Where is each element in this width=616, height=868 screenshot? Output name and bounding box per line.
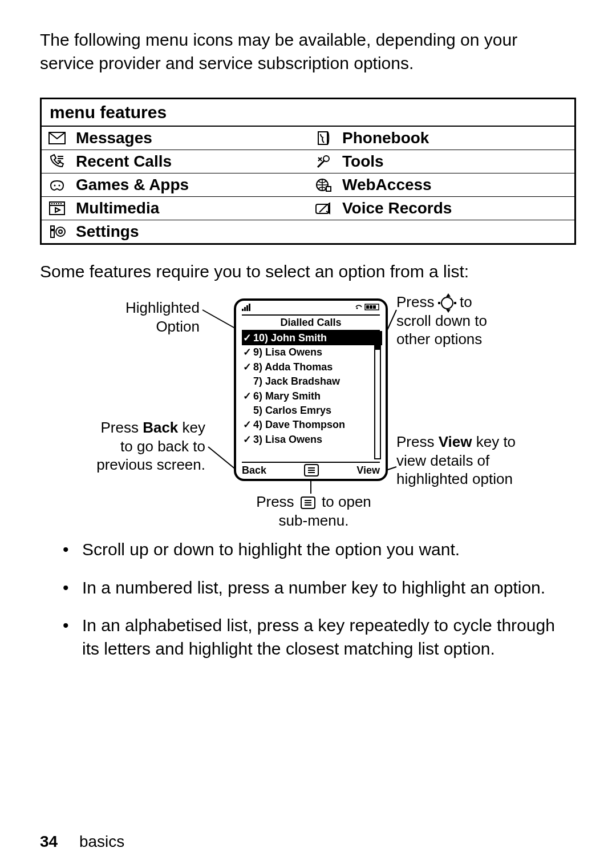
- recent-calls-icon: [47, 153, 67, 170]
- menu-cell: WebAccess: [308, 173, 574, 196]
- manual-page: The following menu icons may be availabl…: [0, 0, 616, 868]
- menu-label: Settings: [76, 223, 139, 241]
- tips-list: Scroll up or down to highlight the optio…: [63, 538, 576, 660]
- menu-key-icon[interactable]: [304, 464, 319, 477]
- svg-point-11: [56, 227, 65, 236]
- tip-item: Scroll up or down to highlight the optio…: [63, 538, 576, 562]
- voice-records-icon: [314, 200, 333, 217]
- envelope-icon: [47, 130, 67, 147]
- softkey-back[interactable]: Back: [242, 465, 266, 477]
- phone-list-item[interactable]: 7) Jack Bradshaw: [242, 374, 382, 389]
- menu-cell: Voice Records: [308, 197, 574, 220]
- svg-rect-24: [366, 305, 369, 309]
- menu-label: Multimedia: [76, 199, 159, 217]
- menu-cell: Recent Calls: [42, 150, 308, 173]
- menu-cell: Phonebook: [308, 127, 574, 150]
- svg-rect-20: [246, 305, 248, 311]
- status-right: [355, 303, 380, 313]
- intro-text: The following menu icons may be availabl…: [40, 29, 576, 75]
- tip-item: In a numbered list, press a number key t…: [63, 576, 576, 600]
- menu-features-table: menu features Messages Phonebook Rece: [40, 98, 576, 245]
- phone-list-label: 8) Adda Thomas: [253, 361, 333, 374]
- svg-rect-21: [249, 304, 250, 311]
- menu-row: Messages Phonebook: [42, 127, 574, 150]
- phone-list-label: 9) Lisa Owens: [253, 346, 322, 359]
- signal-icon: [242, 303, 254, 313]
- leader-line: [308, 481, 314, 495]
- phone-list-label: 4) Dave Thompson: [253, 418, 345, 431]
- check-icon: ✓: [243, 332, 251, 345]
- menu-features-header: menu features: [42, 99, 574, 127]
- phone-status-bar: [236, 301, 386, 313]
- tools-icon: [314, 153, 333, 170]
- svg-point-12: [59, 230, 62, 233]
- phone-list-item[interactable]: ✓8) Adda Thomas: [242, 360, 382, 374]
- svg-rect-26: [373, 305, 376, 309]
- callout-scroll: Press to scroll down to other options: [396, 293, 556, 349]
- phone-list-label: 10) John Smith: [253, 332, 327, 345]
- phone-list-label: 5) Carlos Emrys: [253, 404, 331, 417]
- svg-rect-25: [370, 305, 372, 309]
- menu-label: Recent Calls: [76, 152, 172, 171]
- globe-icon: [314, 176, 333, 193]
- menu-cell: Multimedia: [42, 197, 308, 220]
- phone-screen: Dialled Calls ✓10) John Smith✓9) Lisa Ow…: [234, 298, 388, 481]
- settings-icon: [47, 223, 67, 240]
- check-icon: ✓: [243, 418, 251, 431]
- menu-label: Games & Apps: [76, 176, 189, 194]
- phone-list-item[interactable]: ✓9) Lisa Owens: [242, 345, 382, 360]
- softkey-view[interactable]: View: [356, 465, 380, 477]
- menu-label: Messages: [76, 129, 152, 147]
- phone-list-item[interactable]: 5) Carlos Emrys: [242, 403, 382, 418]
- phone-illustration: Highlighted Option Press Back key to go …: [40, 293, 576, 527]
- callout-back: Press Back key to go back to previous sc…: [46, 418, 205, 474]
- list-instruction: Some features require you to select an o…: [40, 262, 576, 281]
- page-number: 34: [40, 833, 58, 850]
- phone-list-label: 7) Jack Bradshaw: [253, 375, 340, 388]
- menu-label: Tools: [342, 152, 384, 171]
- svg-rect-10: [51, 229, 54, 231]
- svg-point-3: [59, 185, 60, 187]
- page-footer: 34 basics: [40, 833, 124, 851]
- check-icon: ✓: [243, 390, 251, 403]
- menu-row: Recent Calls Tools: [42, 150, 574, 173]
- menu-key-icon: [301, 496, 315, 509]
- menu-row: Multimedia Voice Records: [42, 197, 574, 220]
- games-icon: [47, 176, 67, 193]
- svg-rect-18: [242, 309, 244, 311]
- svg-point-22: [356, 308, 358, 309]
- menu-cell: Tools: [308, 150, 574, 173]
- svg-point-2: [54, 185, 56, 187]
- callout-submenu: Press to open sub-menu.: [211, 492, 416, 530]
- menu-row: Games & Apps WebAccess: [42, 173, 574, 197]
- phone-list-title: Dialled Calls: [242, 314, 380, 331]
- phone-list-item[interactable]: ✓4) Dave Thompson: [242, 418, 382, 432]
- menu-cell: Games & Apps: [42, 173, 308, 196]
- phone-list-label: 3) Lisa Owens: [253, 433, 322, 446]
- svg-rect-19: [244, 307, 246, 311]
- svg-rect-5: [326, 187, 331, 191]
- tip-item: In an alphabetised list, press a key rep…: [63, 614, 576, 660]
- section-name: basics: [79, 833, 124, 850]
- check-icon: ✓: [243, 346, 251, 359]
- check-icon: ✓: [243, 361, 251, 374]
- phone-list-item[interactable]: ✓3) Lisa Owens: [242, 433, 382, 447]
- menu-label: Voice Records: [342, 199, 452, 217]
- menu-cell: Messages: [42, 127, 308, 150]
- menu-label: Phonebook: [342, 129, 429, 147]
- check-icon: ✓: [243, 433, 251, 446]
- phone-list: ✓10) John Smith✓9) Lisa Owens✓8) Adda Th…: [242, 331, 382, 447]
- callout-highlighted: Highlighted Option: [74, 298, 200, 336]
- phone-scrollbar[interactable]: [374, 334, 381, 459]
- multimedia-icon: [47, 200, 67, 217]
- svg-rect-9: [51, 226, 54, 237]
- phonebook-icon: [314, 130, 333, 147]
- nav-key-icon: [441, 297, 453, 309]
- menu-cell-empty: [308, 220, 574, 243]
- phone-list-item[interactable]: ✓6) Mary Smith: [242, 389, 382, 403]
- callout-view: Press View key to view details of highli…: [396, 433, 568, 488]
- menu-label: WebAccess: [342, 176, 432, 194]
- menu-row: Settings: [42, 220, 574, 243]
- phone-list-item[interactable]: ✓10) John Smith: [242, 331, 382, 345]
- menu-cell: Settings: [42, 220, 308, 243]
